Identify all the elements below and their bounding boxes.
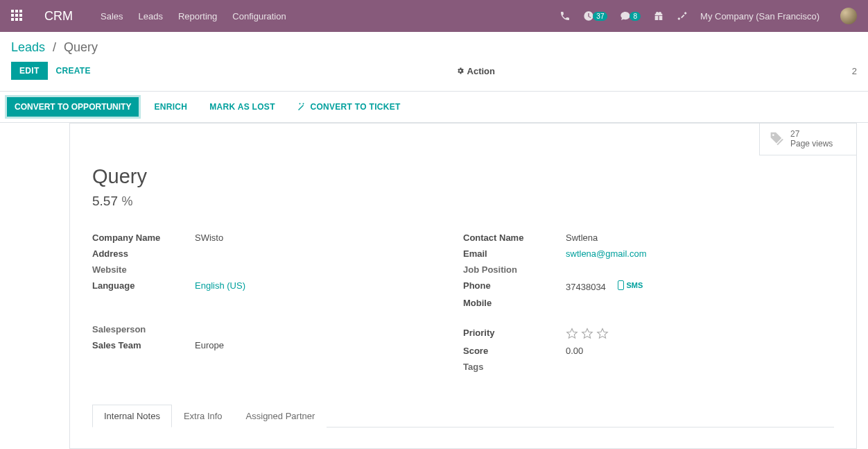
menu-sales[interactable]: Sales	[101, 11, 123, 22]
breadcrumb-parent[interactable]: Leads	[11, 40, 45, 54]
job-position-label: Job Position	[463, 264, 566, 275]
mark-lost-button[interactable]: MARK AS LOST	[202, 98, 282, 116]
website-label: Website	[92, 264, 195, 275]
systray: 37 8 My Company (San Francisco)	[559, 8, 857, 24]
star-icon[interactable]	[566, 328, 578, 340]
mobile-icon	[618, 280, 624, 290]
create-button[interactable]: CREATE	[48, 62, 99, 80]
menu-configuration[interactable]: Configuration	[232, 11, 286, 22]
company-switcher[interactable]: My Company (San Francisco)	[700, 11, 819, 22]
convert-opportunity-button[interactable]: CONVERT TO OPPORTUNITY	[7, 97, 139, 117]
gift-icon[interactable]	[653, 10, 664, 22]
convert-ticket-label: CONVERT TO TICKET	[310, 102, 400, 112]
messages-button[interactable]: 8	[620, 10, 641, 22]
wrench-icon[interactable]	[677, 10, 688, 22]
activities-badge: 37	[593, 12, 607, 21]
breadcrumb: Leads / Query	[0, 32, 868, 55]
sms-label: SMS	[626, 281, 643, 289]
breadcrumb-current: Query	[64, 40, 98, 54]
menu-leads[interactable]: Leads	[139, 11, 163, 22]
address-label: Address	[92, 248, 195, 259]
activities-button[interactable]: 37	[583, 10, 607, 22]
contact-name-label: Contact Name	[463, 232, 566, 243]
company-name-value: SWisto	[195, 232, 223, 243]
priority-label: Priority	[463, 328, 566, 340]
convert-ticket-button[interactable]: CONVERT TO TICKET	[290, 98, 408, 116]
edit-button[interactable]: EDIT	[11, 62, 48, 80]
score-label: Score	[463, 346, 566, 356]
apps-icon[interactable]	[11, 10, 24, 22]
tab-extra-info[interactable]: Extra Info	[172, 405, 234, 427]
mobile-label: Mobile	[463, 298, 566, 308]
breadcrumb-sep: /	[53, 40, 56, 54]
language-label: Language	[92, 280, 195, 291]
enrich-button[interactable]: ENRICH	[147, 98, 194, 116]
sheet-wrap: 27 Page views Query 5.57 % Company Name …	[0, 123, 868, 449]
menu-reporting[interactable]: Reporting	[178, 11, 217, 22]
phone-label: Phone	[463, 280, 566, 292]
statusbar: CONVERT TO OPPORTUNITY ENRICH MARK AS LO…	[0, 91, 868, 123]
tab-internal-notes[interactable]: Internal Notes	[92, 405, 172, 427]
avatar[interactable]	[840, 8, 857, 24]
lead-title: Query	[92, 165, 834, 188]
star-icon[interactable]	[581, 328, 593, 340]
sms-button[interactable]: SMS	[618, 280, 643, 290]
form-sheet: 27 Page views Query 5.57 % Company Name …	[69, 123, 857, 449]
probability-value: 5.57	[92, 194, 118, 208]
company-name-label: Company Name	[92, 232, 195, 243]
probability-unit: %	[122, 194, 133, 208]
priority-stars	[566, 328, 609, 340]
topbar: CRM Sales Leads Reporting Configuration …	[0, 0, 868, 32]
star-icon[interactable]	[596, 328, 609, 340]
language-value[interactable]: English (US)	[195, 280, 245, 291]
tags-icon	[768, 131, 783, 146]
pager[interactable]: 2	[852, 66, 857, 76]
gear-icon	[456, 67, 465, 75]
salesperson-label: Salesperson	[92, 324, 195, 334]
action-menu[interactable]: Action	[99, 66, 852, 76]
top-menu: Sales Leads Reporting Configuration	[101, 11, 286, 22]
controlbar: EDIT CREATE Action 2	[0, 55, 868, 91]
action-label: Action	[467, 66, 495, 76]
score-value: 0.00	[566, 346, 583, 356]
phone-value[interactable]: 37438034	[566, 282, 606, 292]
magic-wand-icon	[297, 102, 306, 110]
tab-assigned-partner[interactable]: Assigned Partner	[234, 405, 327, 427]
email-label: Email	[463, 248, 566, 259]
notebook-tabs: Internal Notes Extra Info Assigned Partn…	[92, 404, 834, 427]
tags-label: Tags	[463, 362, 566, 372]
email-value[interactable]: swtlena@gmail.com	[566, 248, 647, 259]
sales-team-value: Europe	[195, 340, 224, 350]
company-name: My Company (San Francisco)	[700, 11, 819, 22]
messages-badge: 8	[630, 12, 641, 21]
left-column: Company Name SWisto Address Website Lang…	[92, 232, 463, 378]
right-column: Contact Name Swtlena Email swtlena@gmail…	[463, 232, 834, 378]
page-views-statbox[interactable]: 27 Page views	[759, 124, 856, 155]
sales-team-label: Sales Team	[92, 340, 195, 350]
app-brand[interactable]: CRM	[44, 9, 73, 24]
pageviews-label: Page views	[790, 139, 833, 149]
contact-name-value: Swtlena	[566, 232, 598, 243]
phone-icon[interactable]	[559, 10, 571, 22]
pageviews-count: 27	[790, 129, 833, 139]
